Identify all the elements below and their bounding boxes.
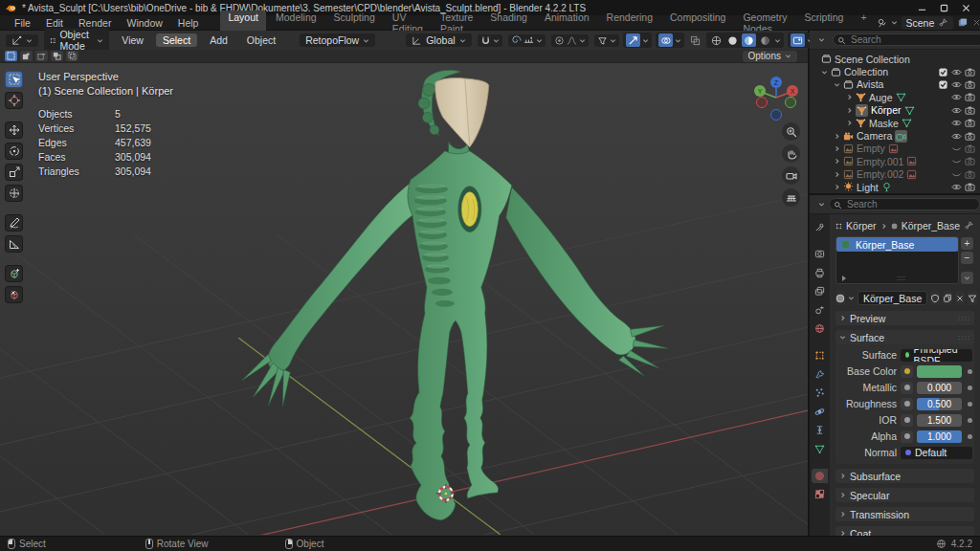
outliner-row-empty[interactable]: Empty [813, 143, 978, 155]
shading-rendered-button[interactable] [758, 33, 772, 47]
show-object-types-group[interactable] [594, 34, 619, 47]
unlink-scene-icon[interactable] [971, 17, 980, 28]
slot-specials-button[interactable] [961, 272, 973, 284]
menu-window[interactable]: Window [120, 16, 168, 30]
tab-particles[interactable] [812, 386, 828, 400]
eye-icon[interactable] [951, 131, 962, 142]
select-mode-invert[interactable] [51, 51, 63, 61]
expand-icon[interactable] [821, 69, 828, 76]
alpha-socket[interactable] [901, 430, 913, 443]
camera-visibility-icon[interactable] [965, 169, 975, 180]
collapse-icon[interactable] [834, 158, 840, 165]
outliner-row-empty-001[interactable]: Empty.001 [813, 155, 978, 167]
select-box-tool[interactable] [5, 71, 23, 88]
camera-visibility-icon[interactable] [965, 79, 975, 90]
eye-icon[interactable] [951, 105, 962, 116]
fake-user-button[interactable] [930, 291, 940, 305]
camera-view-button[interactable] [782, 166, 800, 185]
transform-orientation-selector[interactable]: Global [406, 33, 471, 47]
eye-icon[interactable] [951, 92, 962, 102]
select-mode-extend[interactable] [20, 51, 33, 61]
outliner-row-koerper[interactable]: Körper [813, 104, 978, 117]
shading-solid-button[interactable] [725, 33, 740, 47]
keyframe-dot[interactable] [968, 369, 972, 374]
editor-type-selector[interactable] [6, 34, 38, 47]
tab-view-layer[interactable] [812, 284, 828, 298]
collapse-icon[interactable] [834, 133, 840, 140]
outliner-row-auge[interactable]: Auge [813, 91, 978, 103]
unlink-material-button[interactable] [955, 291, 965, 305]
eye-icon[interactable] [951, 182, 962, 192]
keyframe-dot[interactable] [968, 418, 972, 423]
material-name-field[interactable]: Körper_Base [858, 291, 927, 305]
properties-search-input[interactable] [829, 198, 980, 210]
pan-button[interactable] [782, 144, 800, 163]
retopoflow-menu[interactable]: RetopoFlow [300, 33, 375, 47]
scene-icon[interactable] [877, 17, 887, 28]
keyframe-dot[interactable] [968, 386, 972, 390]
retopoflow-tool[interactable] [5, 286, 23, 303]
collapse-icon[interactable] [846, 94, 853, 100]
camera-visibility-icon[interactable] [965, 156, 975, 166]
face-mask[interactable] [435, 78, 489, 147]
tab-texture[interactable] [812, 487, 828, 501]
outliner-row-empty-002[interactable]: Empty.002 [813, 168, 978, 181]
snapping-group[interactable] [478, 34, 502, 47]
tab-scene[interactable] [812, 303, 828, 318]
material-slot-selected[interactable]: Körper_Base [836, 237, 958, 252]
camera-visibility-icon[interactable] [965, 118, 975, 128]
menu-add[interactable]: Add [203, 33, 234, 47]
shading-modes-group[interactable] [706, 33, 784, 48]
cursor-tool[interactable] [5, 92, 23, 109]
roughness-socket[interactable] [901, 398, 913, 410]
copy-material-button[interactable] [943, 291, 952, 305]
pin-icon[interactable] [938, 17, 948, 28]
overlays-group[interactable] [656, 33, 684, 48]
new-scene-icon[interactable] [957, 17, 968, 28]
camera-visibility-icon[interactable] [965, 131, 975, 142]
zoom-button[interactable] [782, 122, 800, 141]
outliner-row-avista[interactable]: Avista [813, 78, 978, 91]
collapse-icon[interactable] [834, 171, 840, 178]
annotate-tool[interactable] [5, 214, 23, 231]
material-slot-list[interactable]: Körper_Base :::: + − [835, 236, 959, 284]
eye-closed-icon[interactable] [951, 156, 962, 166]
breadcrumb-object[interactable]: Körper [846, 220, 877, 231]
collapse-icon[interactable] [846, 107, 853, 114]
add-primitive-tool[interactable] [5, 265, 23, 282]
options-dropdown[interactable]: Options [743, 51, 797, 62]
ior-slider[interactable]: 1.500 [917, 414, 962, 427]
breadcrumb-material[interactable]: Körper_Base [902, 220, 960, 231]
alpha-slider[interactable]: 1.000 [917, 430, 962, 443]
camera-visibility-icon[interactable] [965, 92, 975, 102]
select-mode-set[interactable] [5, 51, 17, 61]
collapse-icon[interactable] [834, 145, 840, 152]
normal-selector[interactable]: Default [901, 447, 972, 459]
shading-material-button[interactable] [742, 33, 756, 47]
rotate-tool[interactable] [5, 143, 23, 160]
outliner-row-collection[interactable]: Collection [813, 65, 978, 77]
scale-tool[interactable] [5, 164, 23, 181]
metallic-socket[interactable] [901, 382, 913, 394]
base-color-socket[interactable] [901, 365, 913, 378]
tab-modifiers[interactable] [812, 367, 828, 382]
shader-selector[interactable]: Principled BSDF [901, 349, 972, 362]
keyframe-dot[interactable] [968, 434, 972, 439]
eye-icon[interactable] [951, 79, 962, 90]
panel-preview[interactable]: Preview:::: [835, 311, 974, 325]
checkbox-icon[interactable] [938, 67, 948, 77]
outliner-row-maske[interactable]: Maske [813, 117, 978, 129]
menu-file[interactable]: File [8, 16, 37, 30]
eye-closed-icon[interactable] [951, 169, 962, 180]
menu-object[interactable]: Object [240, 33, 282, 47]
remove-slot-button[interactable]: − [961, 252, 973, 264]
tab-physics[interactable] [812, 405, 828, 419]
tab-tool[interactable] [812, 220, 828, 234]
maximize-icon[interactable] [940, 4, 948, 12]
scene-name-field[interactable]: Scene [902, 16, 954, 30]
keyframe-dot[interactable] [968, 402, 972, 407]
shading-wireframe-button[interactable] [709, 33, 724, 47]
menu-select[interactable]: Select [156, 33, 197, 47]
material-browse-button[interactable] [835, 291, 845, 305]
outliner-row-light[interactable]: Light [813, 181, 978, 193]
